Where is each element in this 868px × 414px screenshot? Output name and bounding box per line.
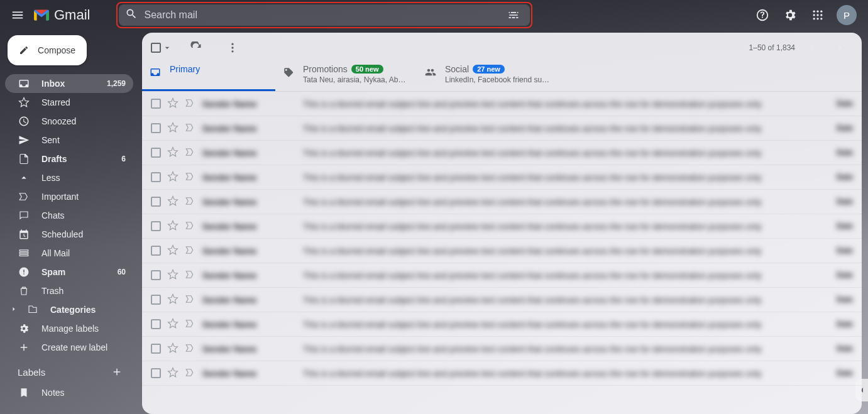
next-page-button[interactable] — [828, 35, 853, 60]
sidebar-item-sent[interactable]: Sent — [5, 131, 133, 150]
row-checkbox[interactable] — [151, 295, 161, 305]
row-sender: Sender Name — [202, 99, 297, 109]
mail-row[interactable]: Sender Name This is a blurred email subj… — [142, 116, 862, 141]
star-icon[interactable] — [167, 293, 179, 307]
tab-label: Promotions — [303, 64, 348, 74]
sidebar-item-snoozed[interactable]: Snoozed — [5, 112, 133, 131]
settings-icon[interactable] — [777, 3, 803, 28]
important-icon[interactable] — [185, 293, 196, 307]
row-date: Date — [821, 344, 853, 353]
google-apps-icon[interactable] — [805, 3, 830, 28]
tab-promotions[interactable]: Promotions50 newTata Neu, airasia, Nykaa… — [275, 63, 417, 91]
mail-row[interactable]: Sender Name This is a blurred email subj… — [142, 263, 862, 288]
star-icon[interactable] — [167, 342, 179, 356]
row-date: Date — [821, 124, 853, 133]
row-checkbox[interactable] — [151, 123, 161, 133]
tab-primary[interactable]: Primary — [142, 63, 275, 91]
star-icon[interactable] — [167, 146, 179, 160]
row-checkbox[interactable] — [151, 172, 161, 182]
important-icon[interactable] — [185, 220, 196, 233]
sidebar-item-important[interactable]: Important — [5, 187, 133, 206]
important-icon[interactable] — [185, 367, 196, 380]
sidebar-item-label: All Mail — [41, 248, 70, 258]
sidebar-item-label: Manage labels — [41, 324, 99, 334]
prev-page-button[interactable] — [799, 35, 824, 60]
star-icon[interactable] — [167, 269, 179, 282]
support-icon[interactable] — [750, 3, 775, 28]
promotions-icon — [283, 67, 294, 80]
mail-row[interactable]: Sender Name This is a blurred email subj… — [142, 288, 862, 312]
important-icon[interactable] — [185, 244, 196, 258]
sidebar-item-trash[interactable]: Trash — [5, 281, 133, 300]
search-options-icon[interactable] — [503, 5, 524, 25]
row-checkbox[interactable] — [151, 148, 161, 158]
add-label-button[interactable] — [108, 363, 126, 381]
sidebar-item-all-mail[interactable]: All Mail — [5, 244, 133, 263]
important-icon[interactable] — [185, 269, 196, 282]
star-icon[interactable] — [167, 122, 179, 135]
row-subject: This is a blurred email subject line and… — [303, 246, 815, 256]
sidebar-item-categories[interactable]: Categories — [5, 300, 133, 319]
important-icon[interactable] — [185, 122, 196, 135]
mail-row[interactable]: Sender Name This is a blurred email subj… — [142, 92, 862, 116]
refresh-button[interactable] — [184, 35, 209, 60]
row-checkbox[interactable] — [151, 246, 161, 256]
row-subject: This is a blurred email subject line and… — [303, 295, 815, 305]
svg-point-10 — [231, 46, 233, 48]
tab-social[interactable]: Social27 newLinkedIn, Facebook friend su… — [417, 63, 559, 91]
star-icon[interactable] — [167, 220, 179, 233]
mail-row[interactable]: Sender Name This is a blurred email subj… — [142, 141, 862, 165]
sidebar-item-scheduled[interactable]: Scheduled — [5, 225, 133, 244]
search-input[interactable] — [144, 9, 503, 21]
svg-point-2 — [820, 11, 822, 13]
gmail-logo[interactable]: Gmail — [33, 7, 90, 23]
label-name: Notes — [41, 388, 65, 398]
mail-row[interactable]: Sender Name This is a blurred email subj… — [142, 361, 862, 386]
important-icon[interactable] — [185, 171, 196, 184]
sidebar-item-manage-labels[interactable]: Manage labels — [5, 319, 133, 338]
row-checkbox[interactable] — [151, 270, 161, 280]
sidebar-item-chats[interactable]: Chats — [5, 206, 133, 225]
row-date: Date — [821, 148, 853, 157]
search-bar[interactable] — [119, 4, 530, 26]
row-checkbox[interactable] — [151, 344, 161, 354]
mail-row[interactable]: Sender Name This is a blurred email subj… — [142, 214, 862, 239]
star-icon[interactable] — [167, 97, 179, 111]
star-icon[interactable] — [167, 195, 179, 209]
important-icon[interactable] — [185, 195, 196, 209]
categories-icon — [26, 304, 39, 315]
main-menu-button[interactable] — [5, 3, 30, 28]
sidebar-item-spam[interactable]: Spam60 — [5, 263, 133, 281]
mail-row[interactable]: Sender Name This is a blurred email subj… — [142, 337, 862, 361]
compose-button[interactable]: Compose — [8, 35, 87, 65]
row-checkbox[interactable] — [151, 221, 161, 231]
star-icon[interactable] — [167, 171, 179, 184]
star-icon[interactable] — [167, 318, 179, 331]
sidebar-item-starred[interactable]: Starred — [5, 93, 133, 112]
row-checkbox[interactable] — [151, 99, 161, 109]
sidebar-item-create-new-label[interactable]: Create new label — [5, 338, 133, 357]
sidebar-item-inbox[interactable]: Inbox1,259 — [5, 74, 133, 93]
more-button[interactable] — [220, 35, 245, 60]
mail-row[interactable]: Sender Name This is a blurred email subj… — [142, 239, 862, 263]
row-checkbox[interactable] — [151, 368, 161, 378]
mail-row[interactable]: Sender Name This is a blurred email subj… — [142, 190, 862, 214]
important-icon[interactable] — [185, 97, 196, 111]
star-icon[interactable] — [167, 367, 179, 380]
row-subject: This is a blurred email subject line and… — [303, 197, 815, 207]
select-all-checkbox[interactable] — [151, 43, 172, 53]
star-icon[interactable] — [167, 244, 179, 258]
important-icon[interactable] — [185, 342, 196, 356]
row-checkbox[interactable] — [151, 319, 161, 329]
row-checkbox[interactable] — [151, 197, 161, 207]
sidebar-item-label: Trash — [41, 286, 63, 296]
mail-row[interactable]: Sender Name This is a blurred email subj… — [142, 312, 862, 337]
mail-row[interactable]: Sender Name This is a blurred email subj… — [142, 165, 862, 190]
account-avatar[interactable]: P — [837, 5, 857, 25]
label-item-notes[interactable]: Notes — [5, 383, 133, 402]
mail-list[interactable]: Sender Name This is a blurred email subj… — [142, 92, 862, 414]
important-icon[interactable] — [185, 146, 196, 160]
sidebar-item-drafts[interactable]: Drafts6 — [5, 150, 133, 168]
sidebar-item-less[interactable]: Less — [5, 168, 133, 187]
important-icon[interactable] — [185, 318, 196, 331]
